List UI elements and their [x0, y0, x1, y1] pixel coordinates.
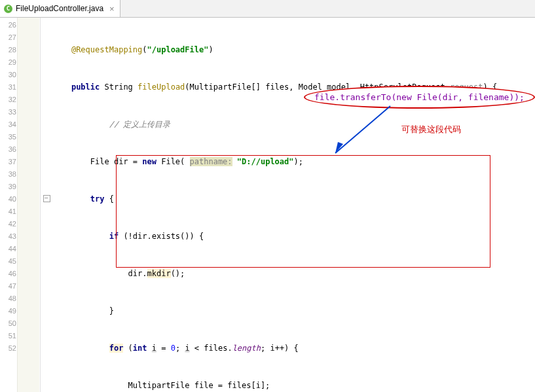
line-number[interactable]: 49 [0, 305, 40, 317]
line-number[interactable]: 33 [0, 106, 40, 118]
java-class-icon: C [4, 5, 12, 13]
editor: 26 27 28 29 30 31 32 33 34 35 36 37 38 3… [0, 18, 535, 392]
tab-bar-space [120, 0, 535, 17]
code-line[interactable]: File dir = new File( pathname: "D://uplo… [41, 156, 535, 168]
file-tab[interactable]: C FileUploadController.java × [0, 0, 120, 17]
line-number[interactable]: 41 [0, 205, 40, 218]
code-line[interactable]: try { [41, 193, 535, 205]
svg-marker-1 [335, 142, 343, 153]
line-number[interactable]: 29 [0, 56, 40, 69]
line-number[interactable]: 51 [0, 330, 40, 342]
inline-hint: pathname: [190, 157, 232, 166]
line-number[interactable]: 27 [0, 31, 40, 44]
line-number[interactable]: 46 [0, 268, 40, 280]
string-literal: "/uploadFile" [147, 45, 209, 54]
code-area[interactable]: @RequestMapping("/uploadFile") public St… [41, 18, 535, 392]
annotation: @RequestMapping [71, 45, 142, 54]
line-number[interactable]: 28 [0, 44, 40, 56]
tab-title: FileUploadController.java [16, 4, 103, 13]
line-numbers: 26 27 28 29 30 31 32 33 34 35 36 37 38 3… [0, 19, 40, 355]
line-number[interactable]: 37 [0, 156, 40, 168]
line-number[interactable]: 50 [0, 317, 40, 330]
annotation-box [116, 155, 490, 268]
line-number[interactable]: 34 [0, 118, 40, 131]
code-line[interactable]: } [41, 305, 535, 317]
close-icon[interactable]: × [109, 4, 115, 14]
line-number[interactable]: 38 [0, 168, 40, 181]
line-number[interactable]: 42 [0, 218, 40, 230]
line-number[interactable]: 45 [0, 255, 40, 268]
line-number[interactable]: 40 [0, 193, 40, 205]
comment: // 定义上传目录 [109, 120, 171, 129]
line-number[interactable]: 26 [0, 19, 40, 31]
line-number[interactable]: 47 [0, 280, 40, 293]
line-number[interactable]: 48 [0, 293, 40, 305]
gutter: 26 27 28 29 30 31 32 33 34 35 36 37 38 3… [0, 18, 41, 392]
line-number[interactable]: 39 [0, 181, 40, 193]
code-line[interactable]: // 定义上传目录 [41, 118, 535, 131]
method-name: fileUpload [138, 82, 185, 92]
code-line[interactable]: @RequestMapping("/uploadFile") [41, 44, 535, 56]
line-number[interactable]: 36 [0, 143, 40, 156]
code-line[interactable]: for (int i = 0; i < files.length; i++) { [41, 342, 535, 355]
line-number[interactable]: 43 [0, 230, 40, 243]
line-number[interactable]: 52 [0, 342, 40, 355]
code-line[interactable]: dir.mkdir(); [41, 268, 535, 280]
line-number[interactable]: 31 [0, 81, 40, 94]
code-line[interactable]: if (!dir.exists()) { [41, 230, 535, 243]
line-number[interactable]: 30 [0, 69, 40, 81]
code-line[interactable]: public String fileUpload(MultipartFile[]… [41, 81, 535, 94]
line-number[interactable]: 35 [0, 131, 40, 143]
line-number[interactable]: 44 [0, 243, 40, 255]
tab-bar: C FileUploadController.java × [0, 0, 535, 18]
line-number[interactable]: 32 [0, 94, 40, 106]
code-line[interactable]: MultipartFile file = files[i]; [41, 380, 535, 392]
